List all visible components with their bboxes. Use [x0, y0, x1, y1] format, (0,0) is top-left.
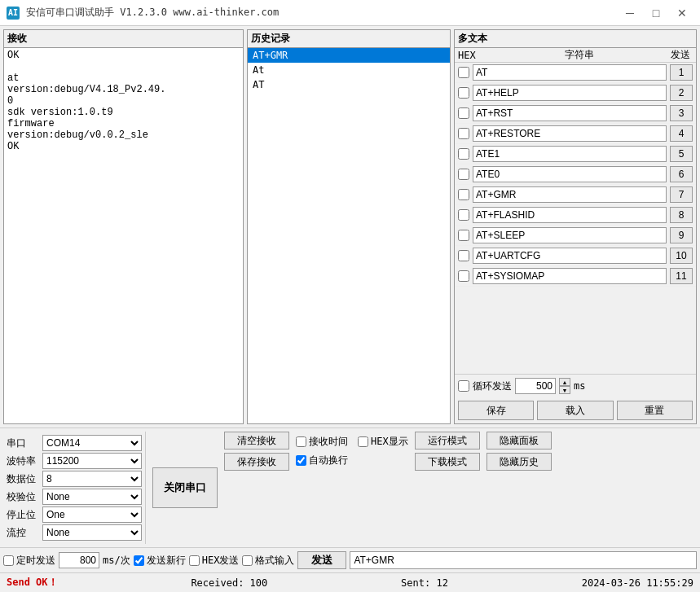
multi-row-4-hex-cb[interactable]: [458, 128, 469, 139]
loop-spinners: ▲ ▼: [559, 378, 570, 394]
multi-row-5-input[interactable]: [473, 146, 667, 162]
loop-spin-down-btn[interactable]: ▼: [559, 386, 570, 394]
multi-row-7-input[interactable]: [473, 186, 667, 203]
maximize-button[interactable]: □: [645, 4, 667, 22]
send-button[interactable]: 发送: [297, 551, 346, 569]
multi-row-9-hex-cb[interactable]: [458, 230, 469, 241]
flow-select[interactable]: None: [42, 524, 142, 541]
multi-row-10-input[interactable]: [473, 248, 667, 264]
top-panels: 接收 OK at version:debug/V4.18_Pv2.49. 0 s…: [0, 26, 700, 428]
send-input[interactable]: [350, 551, 697, 569]
reset-btn[interactable]: 重置: [617, 401, 693, 420]
panel-btns: 隐藏面板 隐藏历史: [486, 432, 552, 471]
history-list: AT+GMR At AT: [248, 48, 450, 423]
open-close-serial-btn[interactable]: 关闭串口: [152, 467, 218, 508]
multi-row-1-send-btn[interactable]: 1: [670, 64, 693, 81]
save-btn[interactable]: 保存: [458, 401, 534, 420]
hex-send-cb-label[interactable]: HEX发送: [189, 554, 240, 568]
multi-row-4-input[interactable]: [473, 125, 667, 142]
baud-select[interactable]: 115200: [42, 453, 142, 469]
run-mode-btn[interactable]: 运行模式: [415, 432, 480, 449]
flow-label: 流控: [7, 526, 39, 540]
multi-row-10-hex-cb[interactable]: [458, 250, 469, 261]
multi-row-2-input[interactable]: [473, 85, 667, 101]
loop-send-input[interactable]: [515, 378, 556, 394]
close-button[interactable]: ✕: [671, 4, 693, 22]
recv-top-row: 清空接收 保存接收 接收时间 HEX显示: [224, 432, 697, 471]
multi-row-2: 2: [455, 83, 696, 103]
minimize-button[interactable]: ─: [619, 4, 641, 22]
multi-row-6-input[interactable]: [473, 166, 667, 182]
send-ok-status: Send OK！: [7, 576, 58, 590]
format-cb-label[interactable]: 格式输入: [242, 554, 294, 568]
hide-panel-btn[interactable]: 隐藏面板: [486, 432, 552, 449]
multi-row-11-input[interactable]: [473, 268, 667, 284]
multi-row-9-send-btn[interactable]: 9: [670, 227, 693, 243]
open-close-wrapper: 关闭串口: [149, 432, 221, 544]
multi-row-7: 7: [455, 185, 696, 205]
multi-row-5-send-btn[interactable]: 5: [670, 146, 693, 162]
recv-time-checkbox[interactable]: [296, 436, 306, 447]
hide-history-btn[interactable]: 隐藏历史: [486, 453, 552, 471]
multi-row-5: 5: [455, 144, 696, 164]
download-mode-btn[interactable]: 下载模式: [415, 453, 480, 471]
multi-row-5-hex-cb[interactable]: [458, 148, 469, 160]
history-item-0[interactable]: AT+GMR: [248, 48, 450, 63]
multi-row-3-hex-cb[interactable]: [458, 107, 469, 119]
hex-display-cb-label[interactable]: HEX显示: [358, 435, 408, 449]
multi-row-4-send-btn[interactable]: 4: [670, 125, 693, 142]
recv-time-cb-label[interactable]: 接收时间: [296, 435, 348, 449]
bottom-cbs-row: 自动换行: [296, 454, 408, 467]
multi-row-11-hex-cb[interactable]: [458, 270, 469, 282]
multi-row-9: 9: [455, 226, 696, 246]
middle-cbs: 接收时间 HEX显示 自动换行: [296, 435, 408, 467]
newline-checkbox[interactable]: [134, 555, 144, 566]
multi-row-8-input[interactable]: [473, 207, 667, 223]
multi-row-6-send-btn[interactable]: 6: [670, 166, 693, 182]
multi-row-11: 11: [455, 266, 696, 287]
hex-send-checkbox[interactable]: [189, 555, 200, 566]
multi-row-1: 1: [455, 63, 696, 83]
timed-send-label[interactable]: 定时发送: [3, 554, 55, 568]
load-btn[interactable]: 载入: [537, 401, 613, 420]
history-item-2[interactable]: AT: [248, 77, 450, 92]
multi-row-3-input[interactable]: [473, 105, 667, 121]
multi-row-2-hex-cb[interactable]: [458, 87, 469, 99]
port-select[interactable]: COM14: [42, 435, 142, 451]
loop-spin-up-btn[interactable]: ▲: [559, 378, 570, 386]
check-select[interactable]: None: [42, 489, 142, 505]
auto-newline-label: 自动换行: [309, 454, 348, 467]
timed-send-input[interactable]: [59, 552, 99, 568]
loop-send-checkbox[interactable]: [458, 380, 469, 392]
hex-display-checkbox[interactable]: [358, 436, 368, 447]
multi-row-7-hex-cb[interactable]: [458, 189, 469, 200]
auto-newline-cb-label[interactable]: 自动换行: [296, 454, 348, 467]
multi-row-6-hex-cb[interactable]: [458, 169, 469, 180]
history-with-scroll: AT+GMR At AT: [248, 48, 450, 423]
multi-row-11-send-btn[interactable]: 11: [670, 268, 693, 284]
newline-label: 发送新行: [147, 554, 186, 568]
data-select[interactable]: 8: [42, 471, 142, 487]
save-recv-btn[interactable]: 保存接收: [224, 453, 289, 471]
timed-send-text: 定时发送: [16, 554, 55, 568]
multi-row-8-send-btn[interactable]: 8: [670, 207, 693, 223]
check-row: 校验位 None: [7, 489, 142, 505]
loop-row: 循环发送 ▲ ▼ ms: [455, 374, 696, 397]
multi-row-7-send-btn[interactable]: 7: [670, 186, 693, 203]
multi-row-1-hex-cb[interactable]: [458, 67, 469, 78]
stop-select[interactable]: One: [42, 506, 142, 523]
multi-row-10-send-btn[interactable]: 10: [670, 248, 693, 264]
multi-row-8-hex-cb[interactable]: [458, 209, 469, 221]
main-container: 接收 OK at version:debug/V4.18_Pv2.49. 0 s…: [0, 26, 700, 592]
timed-send-checkbox[interactable]: [3, 555, 14, 566]
format-checkbox[interactable]: [242, 555, 253, 566]
multi-row-1-input[interactable]: [473, 64, 667, 81]
auto-newline-checkbox[interactable]: [296, 455, 306, 466]
multi-row-9-input[interactable]: [473, 227, 667, 243]
history-item-1[interactable]: At: [248, 63, 450, 77]
newline-cb-label[interactable]: 发送新行: [134, 554, 186, 568]
receive-content: OK at version:debug/V4.18_Pv2.49. 0 sdk …: [4, 48, 243, 423]
clear-recv-btn[interactable]: 清空接收: [224, 432, 289, 449]
multi-row-3-send-btn[interactable]: 3: [670, 105, 693, 121]
multi-row-2-send-btn[interactable]: 2: [670, 85, 693, 101]
